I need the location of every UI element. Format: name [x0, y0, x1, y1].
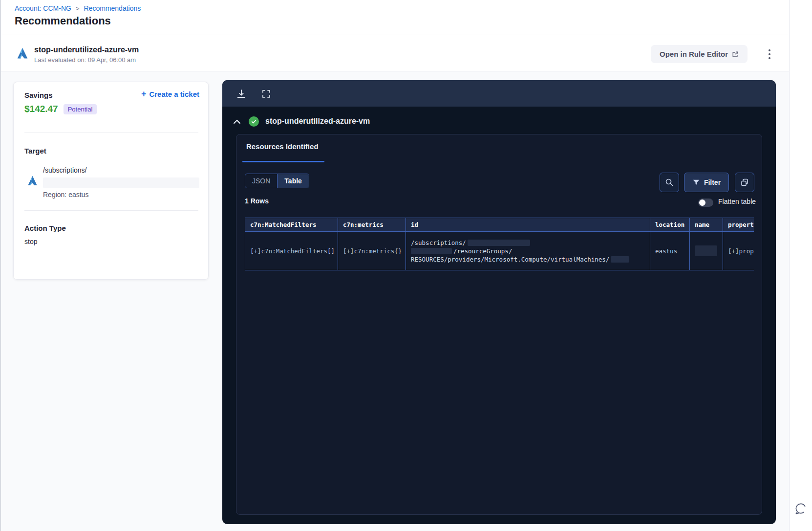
filter-funnel-icon [692, 178, 700, 186]
col-header-id: id [406, 218, 650, 232]
search-icon[interactable] [660, 173, 679, 192]
target-path: /subscriptions/ [43, 166, 86, 174]
fullscreen-icon[interactable] [261, 88, 273, 100]
action-type-value: stop [24, 238, 37, 245]
view-toggle: JSON Table [245, 174, 309, 188]
redacted-text [695, 245, 717, 256]
redacted-text [411, 248, 452, 254]
flatten-table-toggle[interactable] [698, 199, 713, 207]
right-gutter [790, 0, 812, 531]
view-toggle-json[interactable]: JSON [245, 174, 277, 188]
resources-table: c7n:MatchedFilters c7n:metrics id locati… [245, 218, 754, 270]
savings-value: $142.47 [24, 104, 58, 114]
savings-label: Savings [24, 91, 53, 99]
col-header-name: name [690, 218, 723, 232]
plus-icon: + [141, 90, 147, 98]
summary-card: Savings + Create a ticket $142.47 Potent… [13, 82, 209, 280]
create-ticket-button[interactable]: + Create a ticket [141, 90, 199, 98]
redacted-text [43, 177, 199, 188]
kebab-menu-icon[interactable] [762, 46, 777, 62]
download-icon[interactable] [236, 88, 248, 100]
flatten-table-label: Flatten table [718, 198, 756, 205]
chat-bubble-icon[interactable] [793, 502, 808, 516]
expand-metrics-cell[interactable]: [+]c7n:metrics{} [343, 247, 402, 255]
azure-icon [26, 175, 39, 187]
tab-active-underline [242, 161, 324, 162]
name-cell [690, 232, 723, 270]
table-row: [+]c7n:MatchedFilters[] [+]c7n:metrics{}… [245, 232, 754, 270]
card-divider [24, 210, 198, 211]
azure-icon [16, 46, 29, 60]
panel-rule-name: stop-underutilized-azure-vm [265, 117, 370, 126]
page-title: Recommendations [15, 15, 111, 27]
content-right-divider [789, 0, 790, 531]
open-in-rule-editor-button[interactable]: Open in Rule Editor [651, 45, 748, 63]
redacted-text [611, 256, 629, 263]
card-divider [24, 133, 198, 133]
create-ticket-label: Create a ticket [149, 90, 199, 98]
results-panel: stop-underutilized-azure-vm Resources Id… [222, 80, 776, 524]
col-header-properties: propert [723, 218, 754, 232]
breadcrumb-recommendations-link[interactable]: Recommendations [84, 4, 141, 12]
col-header-matched-filters: c7n:MatchedFilters [245, 218, 338, 232]
rule-name: stop-underutilized-azure-vm [34, 45, 139, 54]
table-header-row: c7n:MatchedFilters c7n:metrics id locati… [245, 218, 754, 232]
filter-button[interactable]: Filter [684, 173, 729, 192]
check-circle-icon [249, 116, 259, 127]
resources-card: Resources Identified JSON Table Filter [236, 134, 762, 515]
filter-button-label: Filter [704, 178, 721, 186]
collapse-chevron-icon[interactable] [232, 116, 244, 127]
copy-icon[interactable] [735, 173, 754, 192]
id-cell: /subscriptions/ /resourceGroups/ RESOURC… [406, 232, 650, 270]
action-type-label: Action Type [24, 224, 66, 232]
breadcrumb-separator-icon: > [76, 5, 80, 12]
breadcrumb: Account: CCM-NG > Recommendations [15, 4, 141, 12]
external-link-icon [732, 51, 739, 58]
breadcrumb-account-link[interactable]: Account: CCM-NG [15, 4, 71, 12]
rule-header-divider [1, 71, 789, 71]
redacted-text [468, 240, 530, 246]
rows-count: 1 Rows [245, 197, 269, 205]
header-divider [1, 35, 789, 35]
tab-resources-identified[interactable]: Resources Identified [246, 142, 319, 151]
open-in-rule-editor-label: Open in Rule Editor [660, 50, 728, 58]
col-header-location: location [650, 218, 690, 232]
panel-toolbar [222, 80, 776, 107]
target-label: Target [24, 147, 46, 155]
col-header-metrics: c7n:metrics [338, 218, 406, 232]
recommendations-page: Account: CCM-NG > Recommendations Recomm… [0, 0, 812, 531]
view-toggle-table[interactable]: Table [278, 174, 309, 188]
expand-matched-filters-cell[interactable]: [+]c7n:MatchedFilters[] [250, 247, 335, 255]
rule-last-evaluated: Last evaluated on: 09 Apr, 06:00 am [34, 56, 136, 64]
potential-badge: Potential [64, 104, 97, 114]
location-cell: eastus [650, 232, 690, 270]
expand-properties-cell[interactable]: [+]prop [728, 247, 754, 255]
target-region: Region: eastus [43, 191, 88, 199]
